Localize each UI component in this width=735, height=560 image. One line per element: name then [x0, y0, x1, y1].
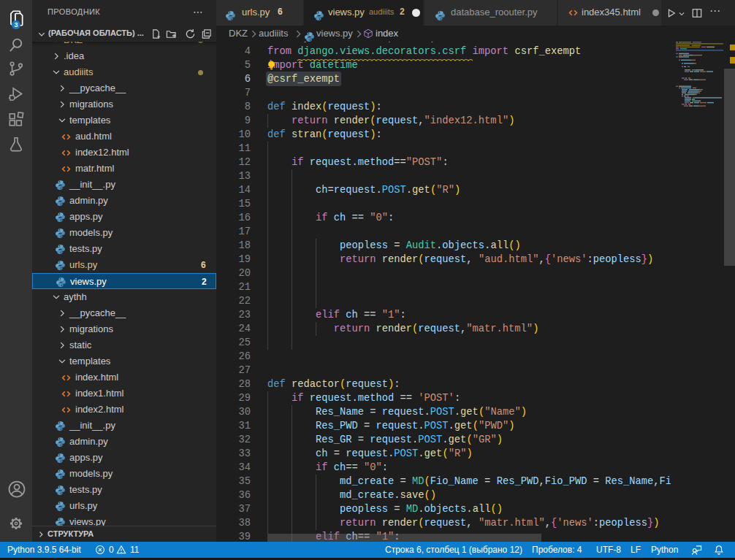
svg-text:3: 3 — [14, 21, 18, 28]
